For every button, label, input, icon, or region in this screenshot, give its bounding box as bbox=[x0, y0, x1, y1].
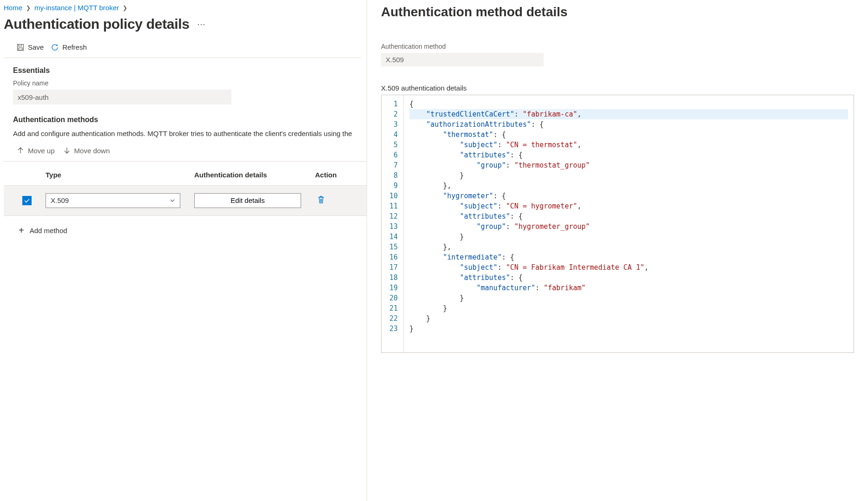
page-title: Authentication policy details bbox=[4, 16, 190, 32]
type-select[interactable]: X.509 bbox=[46, 193, 180, 208]
delete-button[interactable] bbox=[315, 194, 327, 207]
methods-section: Authentication methods Add and configure… bbox=[4, 104, 367, 139]
auth-method-label: Authentication method bbox=[381, 43, 854, 50]
policy-name-field[interactable] bbox=[13, 90, 231, 104]
trash-icon bbox=[317, 195, 325, 204]
move-up-button[interactable]: Move up bbox=[17, 147, 55, 155]
chevron-right-icon: ❯ bbox=[123, 5, 127, 11]
methods-table: Type Authentication details Action X.509 bbox=[4, 162, 367, 216]
arrow-up-icon bbox=[17, 147, 24, 154]
essentials-heading: Essentials bbox=[13, 66, 367, 75]
details-editor-label: X.509 authentication details bbox=[381, 84, 854, 92]
save-icon bbox=[17, 44, 24, 51]
auth-method-value: X.509 bbox=[381, 53, 544, 66]
details-panel: Authentication method details Authentica… bbox=[367, 0, 868, 501]
methods-heading: Authentication methods bbox=[13, 116, 367, 124]
more-actions-button[interactable]: ⋯ bbox=[197, 19, 206, 29]
editor-content[interactable]: { "trustedClientCaCert": "fabrikam-ca", … bbox=[404, 95, 854, 352]
svg-rect-1 bbox=[19, 48, 22, 50]
col-action-header: Action bbox=[315, 171, 367, 179]
command-bar: Save Refresh bbox=[4, 32, 361, 58]
editor-gutter: 1234567891011121314151617181920212223 bbox=[381, 95, 404, 352]
methods-description: Add and configure authentication methods… bbox=[13, 129, 367, 139]
col-details-header: Authentication details bbox=[194, 171, 315, 179]
reorder-toolbar: Move up Move down bbox=[4, 139, 367, 162]
move-up-label: Move up bbox=[28, 147, 55, 155]
add-method-label: Add method bbox=[30, 227, 67, 234]
chevron-down-icon bbox=[170, 198, 175, 203]
refresh-label: Refresh bbox=[62, 43, 87, 51]
move-down-label: Move down bbox=[74, 147, 110, 155]
col-type-header: Type bbox=[46, 171, 194, 179]
move-down-button[interactable]: Move down bbox=[63, 147, 110, 155]
policy-name-label: Policy name bbox=[13, 79, 367, 87]
essentials-section: Essentials Policy name bbox=[4, 58, 367, 104]
edit-details-button[interactable]: Edit details bbox=[194, 193, 301, 208]
breadcrumb-home[interactable]: Home bbox=[4, 4, 22, 12]
table-header: Type Authentication details Action bbox=[4, 162, 367, 185]
breadcrumb-instance[interactable]: my-instance | MQTT broker bbox=[34, 4, 119, 12]
save-button[interactable]: Save bbox=[17, 43, 44, 51]
breadcrumb: Home ❯ my-instance | MQTT broker ❯ bbox=[4, 4, 367, 12]
refresh-button[interactable]: Refresh bbox=[51, 43, 87, 51]
table-row: X.509 Edit details bbox=[4, 185, 367, 216]
plus-icon: + bbox=[19, 225, 24, 236]
left-pane: Home ❯ my-instance | MQTT broker ❯ Authe… bbox=[0, 0, 367, 501]
panel-title: Authentication method details bbox=[381, 5, 854, 20]
row-checkbox[interactable] bbox=[22, 196, 32, 205]
refresh-icon bbox=[51, 44, 59, 51]
check-icon bbox=[24, 197, 30, 204]
auth-method-field: Authentication method X.509 bbox=[381, 43, 854, 66]
chevron-right-icon: ❯ bbox=[26, 5, 31, 11]
add-method-button[interactable]: + Add method bbox=[4, 216, 367, 236]
json-editor[interactable]: 1234567891011121314151617181920212223 { … bbox=[381, 95, 854, 353]
arrow-down-icon bbox=[63, 147, 71, 154]
save-label: Save bbox=[28, 43, 44, 51]
type-select-value: X.509 bbox=[51, 196, 69, 204]
